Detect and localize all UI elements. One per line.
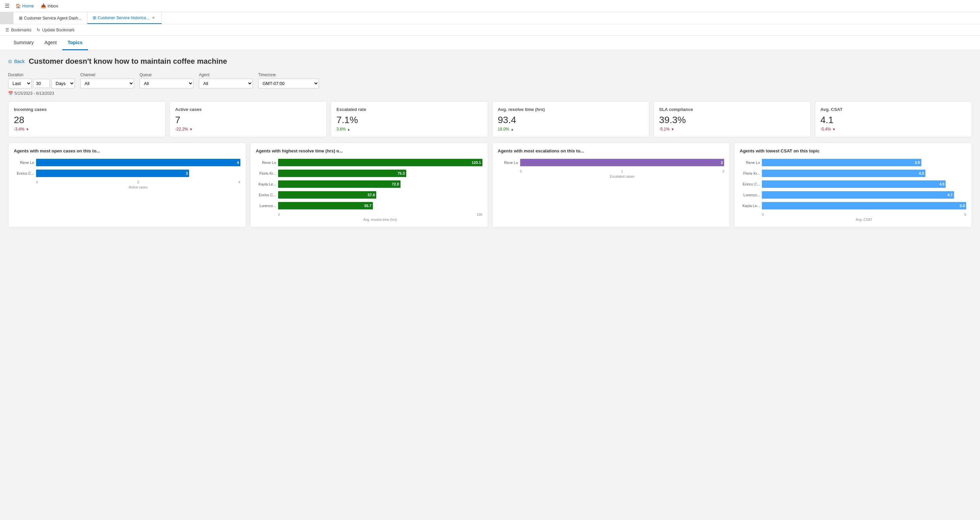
chart-resolve-time: Agents with highest resolve time (hrs) o… [250, 143, 488, 227]
tab-close-button[interactable]: ✕ [151, 15, 156, 20]
metric-sla-title: SLA compliance [659, 107, 805, 112]
bar-label-floris-4: Floris Kr... [740, 171, 760, 175]
bar-label-lorenzo-4: Lorenzo... [740, 193, 760, 197]
home-button[interactable]: 🏠 Home [13, 2, 37, 10]
queue-controls: All [140, 78, 194, 88]
tab-agent-label: Agent [45, 40, 57, 45]
bar-label-rene-lo-3: Rene Lo [498, 161, 518, 164]
hamburger-icon[interactable]: ☰ [3, 2, 11, 10]
agent-select[interactable]: All [199, 78, 253, 88]
duration-first-select[interactable]: Last [8, 78, 32, 88]
metric-active: Active cases 7 -22.2% ▼ [170, 101, 327, 137]
update-bookmark-button[interactable]: ↻ Update Bookmark [37, 28, 75, 32]
chart-csat-x-label: Avg. CSAT [740, 218, 966, 222]
bar-fill-kayla-4: 5.0 [762, 202, 966, 209]
channel-controls: All [80, 78, 134, 88]
agent-controls: All [199, 78, 253, 88]
metric-csat-arrow: ▼ [832, 128, 836, 131]
chart-open-cases-title: Agents with most open cases on this to..… [14, 148, 240, 153]
duration-label: Duration [8, 72, 75, 77]
bar-container-rene-lo-3: 2 [520, 159, 724, 166]
bar-row-enrico-4: Enrico C... 4.5 [740, 180, 966, 188]
tab-label-1: Customer Service Agent Dash... [24, 16, 81, 21]
bar-chart-escalations: Rene Lo 2 [498, 159, 724, 166]
metric-escalated-title: Escalated rate [336, 107, 482, 112]
x-tick-5-c: 5 [964, 213, 966, 217]
duration-controls: Last Days [8, 78, 75, 88]
bar-fill-rene-lo-2: 120.1 [278, 159, 482, 166]
tab-historical[interactable]: ⊞ Customer Service historica... ✕ [88, 12, 162, 24]
timezone-controls: GMT-07:00 [258, 78, 319, 88]
browser-tabs-row: ⊞ Customer Service Agent Dash... ⊞ Custo… [0, 12, 980, 24]
metric-sla-change-text: -5.1% [659, 127, 670, 131]
tab-topics[interactable]: Topics [62, 36, 88, 50]
x-tick-0-c: 0 [762, 213, 764, 217]
bar-container-rene-lo-4: 3.9 [762, 159, 966, 166]
main-content: ⊙ Back Customer doesn't know how to main… [0, 50, 980, 520]
metric-csat: Avg. CSAT 4.1 -5.4% ▼ [815, 101, 972, 137]
bar-row-rene-lo-2: Rene Lo 120.1 [256, 159, 482, 166]
tab-agent-dash[interactable]: ⊞ Customer Service Agent Dash... [13, 12, 88, 24]
bar-label-lorenzo-2: Lorenzo... [256, 204, 276, 208]
page-header: ⊙ Back Customer doesn't know how to main… [8, 57, 972, 66]
date-range-text: 5/15/2023 - 6/13/2023 [14, 91, 54, 96]
channel-select[interactable]: All [80, 78, 134, 88]
top-nav: ☰ 🏠 Home 📥 Inbox [0, 0, 980, 12]
metric-sla-value: 39.3% [659, 115, 805, 126]
home-icon: 🏠 [16, 3, 21, 8]
x-tick-0-e: 0 [520, 170, 522, 173]
metric-active-value: 7 [175, 115, 321, 126]
back-button[interactable]: ⊙ Back [8, 59, 25, 64]
bar-row-kayla-2: Kayla Le... 72.0 [256, 180, 482, 188]
metric-incoming-change: -3.4% ▼ [14, 127, 160, 131]
metric-resolve-change: 18.0% ▲ [498, 127, 644, 131]
chart-resolve-time-x-label: Avg. resolve time (hrs) [256, 218, 482, 222]
inbox-icon: 📥 [41, 3, 46, 8]
bar-row-floris-2: Floris Kr... 75.3 [256, 170, 482, 177]
bar-fill-enrico-2: 57.8 [278, 191, 376, 199]
agent-label: Agent [199, 72, 253, 77]
bar-row-lorenzo-4: Lorenzo... 4.7 [740, 191, 966, 199]
date-range: 📅 5/15/2023 - 6/13/2023 [8, 91, 972, 96]
bar-container-enrico-1: 3 [36, 170, 240, 177]
duration-unit-select[interactable]: Days [51, 78, 75, 88]
metric-incoming-value: 28 [14, 115, 160, 126]
bar-container-rene-lo-2: 120.1 [278, 159, 482, 166]
duration-value-input[interactable] [33, 79, 50, 88]
metric-active-arrow: ▼ [189, 128, 193, 131]
bar-row-lorenzo-2: Lorenzo... 55.7 [256, 202, 482, 209]
chart-open-cases-x-axis: 0 2 4 [14, 180, 240, 184]
metric-resolve-value: 93.4 [498, 115, 644, 126]
bookmarks-button[interactable]: ☰ Bookmarks [5, 28, 31, 32]
bar-fill-floris-4: 4.0 [762, 170, 925, 177]
inbox-button[interactable]: 📥 Inbox [38, 2, 61, 10]
tab-topics-label: Topics [68, 40, 83, 45]
chart-escalations-x-label: Escalated cases [498, 175, 724, 179]
x-tick-2: 2 [137, 180, 139, 184]
timezone-select[interactable]: GMT-07:00 [258, 78, 319, 88]
bar-fill-enrico-1: 3 [36, 170, 189, 177]
bar-label-floris-2: Floris Kr... [256, 171, 276, 175]
chart-resolve-time-x-axis: 0 100 [256, 213, 482, 217]
queue-select[interactable]: All [140, 78, 194, 88]
chart-csat-x-axis: 0 5 [740, 213, 966, 217]
metric-escalated-value: 7.1% [336, 115, 482, 126]
chart-escalations: Agents with most escalations on this to.… [492, 143, 730, 227]
bar-row-rene-lo-1: Rene Lo 4 [14, 159, 240, 166]
bar-container-enrico-4: 4.5 [762, 180, 966, 188]
bar-chart-csat: Rene Lo 3.9 Floris Kr... 4.0 Enrico C...… [740, 159, 966, 209]
metrics-row: Incoming cases 28 -3.4% ▼ Active cases 7… [8, 101, 972, 137]
metric-csat-title: Avg. CSAT [821, 107, 967, 112]
tab-agent[interactable]: Agent [39, 36, 62, 50]
metric-incoming: Incoming cases 28 -3.4% ▼ [8, 101, 165, 137]
bar-fill-rene-lo-3: 2 [520, 159, 724, 166]
metric-csat-change: -5.4% ▼ [821, 127, 967, 131]
x-tick-2-e: 2 [722, 170, 724, 173]
tab-summary-label: Summary [13, 40, 34, 45]
bar-container-kayla-2: 72.0 [278, 180, 482, 188]
metric-escalated-change-text: 3.6% [336, 127, 345, 131]
bar-label-kayla-4: Kayla Le... [740, 204, 760, 208]
x-tick-1-e: 1 [621, 170, 623, 173]
bar-fill-lorenzo-4: 4.7 [762, 191, 954, 199]
tab-summary[interactable]: Summary [8, 36, 39, 50]
